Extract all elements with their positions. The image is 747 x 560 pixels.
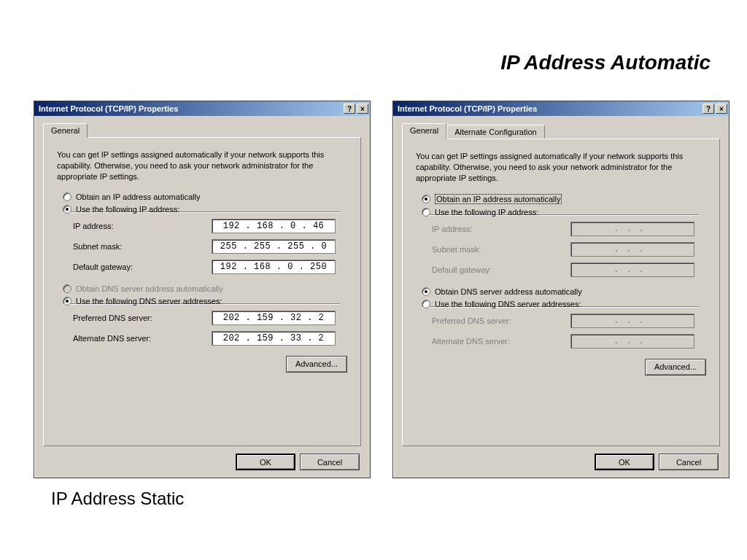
radio-label: Obtain DNS server address automatically (76, 284, 223, 293)
ip-address-input: ... (570, 222, 694, 236)
tab-panel-general: You can get IP settings assigned automat… (43, 137, 361, 446)
ip-dots: ... (614, 224, 651, 234)
radio-obtain-dns: Obtain DNS server address automatically (63, 284, 347, 293)
radio-label: Use the following DNS server addresses: (76, 297, 222, 306)
alternate-dns-input[interactable]: 202 . 159 . 33 . 2 (212, 331, 336, 346)
radio-label: Obtain an IP address automatically (435, 194, 562, 204)
ip-address-label: IP address: (73, 222, 212, 230)
description-text: You can get IP settings assigned automat… (57, 149, 347, 182)
radio-obtain-ip[interactable]: Obtain an IP address automatically (422, 194, 706, 204)
ok-button[interactable]: OK (236, 454, 295, 470)
advanced-button[interactable]: Advanced... (645, 359, 706, 376)
subnet-mask-label: Subnet mask: (73, 242, 212, 251)
close-button[interactable]: × (357, 104, 368, 114)
ip-dots: ... (614, 265, 651, 275)
titlebar-text: Internet Protocol (TCP/IP) Properties (39, 104, 342, 113)
radio-icon (422, 300, 430, 308)
ip-address-label: IP address: (432, 225, 570, 233)
ip-address-input[interactable]: 192 . 168 . 0 . 46 (212, 219, 336, 233)
ip-dots: ... (614, 244, 651, 254)
slide-caption-static: IP Address Static (51, 489, 184, 509)
tcpip-dialog-automatic: Internet Protocol (TCP/IP) Properties ? … (392, 101, 729, 478)
radio-icon (63, 297, 71, 306)
radio-icon (422, 208, 430, 217)
alternate-dns-label: Alternate DNS server: (73, 334, 212, 343)
subnet-mask-input: ... (570, 242, 694, 257)
tab-alternate-configuration[interactable]: Alternate Configuration (446, 125, 545, 139)
advanced-button[interactable]: Advanced... (286, 356, 347, 373)
preferred-dns-input[interactable]: 202 . 159 . 32 . 2 (212, 311, 336, 325)
preferred-dns-label: Preferred DNS server: (432, 316, 570, 325)
alternate-dns-label: Alternate DNS server: (432, 337, 570, 346)
titlebar-text: Internet Protocol (TCP/IP) Properties (398, 104, 701, 113)
radio-label: Obtain DNS server address automatically (435, 287, 582, 296)
titlebar: Internet Protocol (TCP/IP) Properties ? … (34, 101, 370, 116)
radio-label: Use the following IP address: (76, 205, 179, 214)
ok-button[interactable]: OK (595, 454, 654, 470)
preferred-dns-input: ... (570, 314, 694, 328)
radio-icon (63, 205, 71, 214)
slide-title-automatic: IP Address Automatic (500, 51, 711, 74)
ip-dots: ... (614, 336, 651, 346)
tab-general[interactable]: General (43, 123, 88, 138)
tcpip-dialog-static: Internet Protocol (TCP/IP) Properties ? … (34, 101, 371, 478)
radio-label: Use the following DNS server addresses: (435, 300, 581, 308)
subnet-mask-input[interactable]: 255 . 255 . 255 . 0 (212, 239, 336, 254)
radio-obtain-dns[interactable]: Obtain DNS server address automatically (422, 287, 706, 296)
default-gateway-input[interactable]: 192 . 168 . 0 . 250 (212, 260, 336, 274)
description-text: You can get IP settings assigned automat… (416, 151, 706, 184)
radio-icon (63, 192, 71, 201)
tab-general[interactable]: General (402, 123, 446, 139)
alternate-dns-input: ... (570, 334, 694, 349)
default-gateway-label: Default gateway: (432, 265, 570, 274)
radio-icon (422, 287, 430, 296)
radio-icon (422, 195, 430, 203)
help-button[interactable]: ? (703, 104, 714, 114)
cancel-button[interactable]: Cancel (300, 454, 360, 470)
subnet-mask-label: Subnet mask: (432, 245, 570, 254)
radio-icon (63, 284, 71, 293)
default-gateway-input: ... (570, 262, 694, 277)
cancel-button[interactable]: Cancel (659, 454, 719, 470)
tab-panel-general: You can get IP settings assigned automat… (402, 139, 720, 446)
titlebar: Internet Protocol (TCP/IP) Properties ? … (393, 101, 729, 116)
help-button[interactable]: ? (344, 104, 355, 114)
close-button[interactable]: × (716, 104, 727, 114)
default-gateway-label: Default gateway: (73, 262, 212, 271)
radio-label: Obtain an IP address automatically (76, 192, 200, 201)
preferred-dns-label: Preferred DNS server: (73, 314, 212, 322)
radio-obtain-ip[interactable]: Obtain an IP address automatically (63, 192, 347, 201)
radio-label: Use the following IP address: (435, 208, 538, 217)
ip-dots: ... (614, 316, 651, 326)
